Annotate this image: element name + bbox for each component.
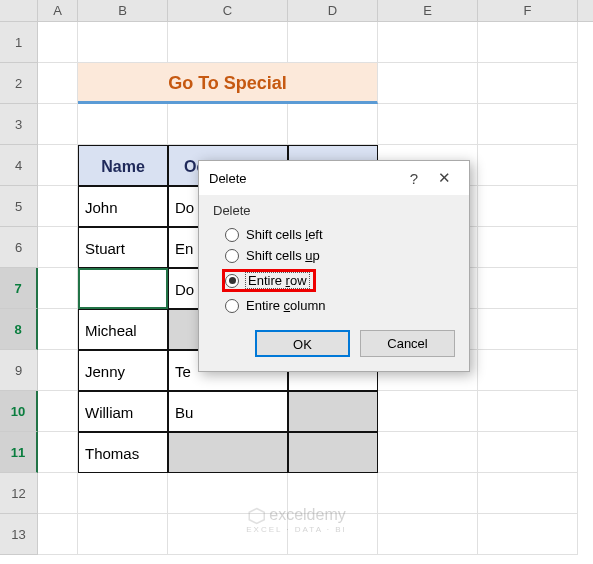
cell[interactable] [478, 186, 578, 227]
cell[interactable] [378, 391, 478, 432]
cell[interactable] [478, 104, 578, 145]
cell[interactable] [478, 227, 578, 268]
table-cell[interactable]: Jenny [78, 350, 168, 391]
cell[interactable] [478, 391, 578, 432]
cell[interactable] [38, 268, 78, 309]
help-icon[interactable]: ? [399, 170, 429, 187]
radio-icon [225, 249, 239, 263]
cell[interactable] [78, 104, 168, 145]
radio-shift-up[interactable]: Shift cells up [213, 245, 455, 266]
cell[interactable] [288, 104, 378, 145]
cell[interactable] [38, 145, 78, 186]
table-cell[interactable] [168, 432, 288, 473]
svg-marker-0 [249, 509, 264, 524]
header-name[interactable]: Name [78, 145, 168, 186]
table-cell[interactable] [288, 432, 378, 473]
radio-label: Shift cells left [246, 227, 323, 242]
dialog-title: Delete [209, 171, 399, 186]
cell[interactable] [38, 432, 78, 473]
radio-label: Shift cells up [246, 248, 320, 263]
radio-icon [225, 299, 239, 313]
cell[interactable] [288, 22, 378, 63]
delete-dialog: Delete ? ✕ Delete Shift cells left Shift… [198, 160, 470, 372]
active-cell[interactable] [78, 268, 168, 309]
cell[interactable] [378, 22, 478, 63]
col-header-f[interactable]: F [478, 0, 578, 21]
select-all-corner[interactable] [0, 0, 38, 21]
cell[interactable] [478, 268, 578, 309]
table-cell[interactable]: William [78, 391, 168, 432]
cancel-button[interactable]: Cancel [360, 330, 455, 357]
row-header-1[interactable]: 1 [0, 22, 38, 63]
cell[interactable] [38, 22, 78, 63]
row-header-13[interactable]: 13 [0, 514, 38, 555]
cell[interactable] [38, 391, 78, 432]
col-header-a[interactable]: A [38, 0, 78, 21]
cell[interactable] [78, 514, 168, 555]
cell[interactable] [168, 104, 288, 145]
cell[interactable] [478, 145, 578, 186]
delete-group-label: Delete [213, 203, 455, 218]
radio-entire-row[interactable]: Entire row [213, 266, 455, 295]
cell[interactable] [168, 22, 288, 63]
cell[interactable] [378, 104, 478, 145]
cell[interactable] [478, 309, 578, 350]
col-header-c[interactable]: C [168, 0, 288, 21]
row-header-5[interactable]: 5 [0, 186, 38, 227]
dialog-titlebar[interactable]: Delete ? ✕ [199, 161, 469, 195]
table-cell[interactable]: Micheal [78, 309, 168, 350]
watermark: exceldemy EXCEL · DATA · BI [246, 506, 347, 534]
cell[interactable] [38, 514, 78, 555]
radio-icon [225, 274, 239, 288]
radio-entire-column[interactable]: Entire column [213, 295, 455, 316]
row-header-9[interactable]: 9 [0, 350, 38, 391]
row-header-6[interactable]: 6 [0, 227, 38, 268]
ok-button[interactable]: OK [255, 330, 350, 357]
cell[interactable] [478, 432, 578, 473]
row-header-4[interactable]: 4 [0, 145, 38, 186]
cell[interactable] [378, 63, 478, 104]
cell[interactable] [378, 432, 478, 473]
cell[interactable] [78, 473, 168, 514]
row-header-3[interactable]: 3 [0, 104, 38, 145]
column-headers: A B C D E F [0, 0, 593, 22]
cell[interactable] [38, 227, 78, 268]
col-header-d[interactable]: D [288, 0, 378, 21]
col-header-e[interactable]: E [378, 0, 478, 21]
radio-label: Entire row [246, 273, 309, 288]
radio-label: Entire column [246, 298, 326, 313]
radio-shift-left[interactable]: Shift cells left [213, 224, 455, 245]
logo-icon [247, 507, 265, 525]
row-header-11[interactable]: 11 [0, 432, 38, 473]
cell[interactable] [478, 63, 578, 104]
row-header-12[interactable]: 12 [0, 473, 38, 514]
col-header-b[interactable]: B [78, 0, 168, 21]
cell[interactable] [38, 309, 78, 350]
cell[interactable] [38, 186, 78, 227]
cell[interactable] [78, 22, 168, 63]
highlight-entire-row: Entire row [222, 269, 316, 292]
table-cell[interactable]: Stuart [78, 227, 168, 268]
cell[interactable] [38, 350, 78, 391]
cell[interactable] [38, 104, 78, 145]
cell[interactable] [378, 473, 478, 514]
cell[interactable] [478, 514, 578, 555]
table-cell[interactable]: Thomas [78, 432, 168, 473]
cell[interactable] [38, 63, 78, 104]
row-header-2[interactable]: 2 [0, 63, 38, 104]
row-header-7[interactable]: 7 [0, 268, 38, 309]
title-cell[interactable]: Go To Special [78, 63, 378, 104]
radio-icon [225, 228, 239, 242]
close-icon[interactable]: ✕ [429, 169, 459, 187]
cell[interactable] [378, 514, 478, 555]
table-cell[interactable]: John [78, 186, 168, 227]
row-header-10[interactable]: 10 [0, 391, 38, 432]
cell[interactable] [38, 473, 78, 514]
cell[interactable] [478, 350, 578, 391]
cell[interactable] [478, 22, 578, 63]
row-header-8[interactable]: 8 [0, 309, 38, 350]
table-cell[interactable] [288, 391, 378, 432]
cell[interactable] [478, 473, 578, 514]
table-cell[interactable]: Bu [168, 391, 288, 432]
